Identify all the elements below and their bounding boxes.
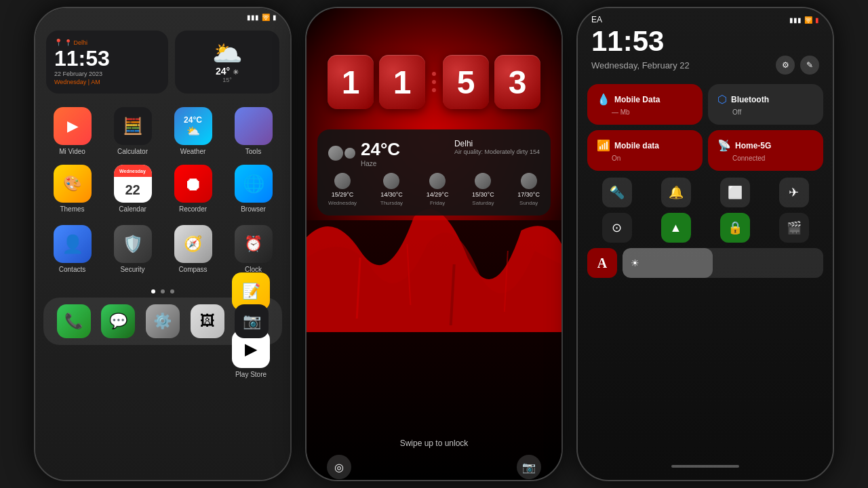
security-label: Security bbox=[120, 266, 144, 273]
mobile-icon: 💧 bbox=[597, 93, 610, 106]
wifi-icon: 🛜 bbox=[262, 14, 270, 21]
app-grid-row3: 👤 Contacts 🛡️ Security 🧭 Compass ⏰ bbox=[35, 222, 290, 280]
quick-buttons-row2: ⊙ ▲ 🔒 🎬 bbox=[578, 210, 833, 245]
app-browser[interactable]: 🌐 Browser bbox=[227, 165, 279, 213]
clock-widget[interactable]: 📍 📍 Delhi 11:53 22 February 2023 Wednesd… bbox=[46, 30, 168, 94]
forecast-icon-5 bbox=[521, 173, 537, 189]
mobile-sub: — Mb bbox=[597, 108, 693, 116]
forecast-icon-2 bbox=[383, 173, 399, 189]
app-weather[interactable]: 24°C ⛅ Weather bbox=[167, 107, 219, 155]
home-indicator bbox=[578, 460, 833, 473]
airplane-button[interactable]: ✈ bbox=[779, 178, 809, 207]
dnd-button[interactable]: ⊙ bbox=[602, 213, 632, 243]
mobile-data-toggle-2[interactable]: 📶 Mobile data On bbox=[587, 130, 703, 171]
cc-date-line: Wednesday, February 22 ⚙ ✎ bbox=[578, 56, 833, 80]
mobile-data-toggle[interactable]: 💧 Mobile Data — Mb bbox=[587, 84, 703, 125]
forecast-icon-1 bbox=[334, 173, 351, 189]
settings-icon: ⚙️ bbox=[146, 304, 180, 338]
app-mi-video[interactable]: ▶ Mi Video bbox=[46, 107, 98, 155]
lock-screen: ▮▮▮ 🛜 ▮ 1 1 5 3 bbox=[307, 8, 561, 480]
calculator-label: Calculator bbox=[117, 148, 148, 155]
lock-rotation-button[interactable]: 🔒 bbox=[720, 213, 750, 243]
clock-icon: ⏰ bbox=[235, 225, 273, 263]
lock-bottom-icons: ◎ 📷 bbox=[307, 455, 561, 479]
browser-icon: 🌐 bbox=[235, 165, 273, 203]
bell-button[interactable]: 🔔 bbox=[661, 178, 691, 207]
dock-settings[interactable]: ⚙️ bbox=[143, 304, 182, 338]
video-button[interactable]: 🎬 bbox=[779, 213, 809, 243]
camera-shortcut[interactable]: ◎ bbox=[327, 455, 351, 479]
location-button[interactable]: ▲ bbox=[661, 213, 691, 243]
gallery-icon: 🖼 bbox=[191, 304, 224, 338]
settings-shortcut[interactable]: ⚙ bbox=[776, 56, 795, 75]
cc-header-icons: ⚙ ✎ bbox=[776, 56, 819, 75]
dock-phone[interactable]: 📞 bbox=[54, 304, 94, 338]
digit-1: 1 bbox=[328, 55, 374, 109]
font-button[interactable]: A bbox=[587, 248, 617, 278]
forecast-temp-1: 15/29°C bbox=[332, 191, 354, 198]
security-icon: 🛡️ bbox=[114, 225, 152, 263]
wifi-status: Connected bbox=[717, 155, 814, 162]
mi-video-icon: ▶ bbox=[54, 107, 92, 145]
brightness-slider[interactable]: ☀ bbox=[623, 248, 823, 278]
mobile-data-title: Mobile data bbox=[614, 141, 659, 150]
app-grid-row2: 🎨 Themes Wednesday 22 Calendar ⏺ Recorde… bbox=[35, 162, 290, 220]
bluetooth-title: Bluetooth bbox=[731, 95, 769, 104]
compass-icon: 🧭 bbox=[174, 225, 212, 263]
mobile-data-sub: On bbox=[597, 155, 693, 162]
screen-mirror-button[interactable]: ⬜ bbox=[720, 178, 750, 207]
wifi-card-top: 📡 Home-5G bbox=[717, 139, 814, 152]
weather-widget[interactable]: 🌥️ 24° ☀ 15° bbox=[175, 30, 279, 94]
forecast-label-5: Sunday bbox=[519, 200, 538, 206]
app-grid-row1: ▶ Mi Video 🧮 Calculator 24°C ⛅ Weather bbox=[35, 100, 290, 162]
bluetooth-toggle[interactable]: ⬡ Bluetooth Off bbox=[708, 84, 823, 125]
cc-status-icons: ▮▮▮ 🛜 ▮ bbox=[789, 16, 819, 24]
widget-row: 📍 📍 Delhi 11:53 22 February 2023 Wednesd… bbox=[35, 24, 290, 100]
lock-bottom: Swipe up to unlock ◎ 📷 bbox=[307, 439, 561, 479]
app-calculator[interactable]: 🧮 Calculator bbox=[106, 107, 159, 155]
wifi-name: Home-5G bbox=[735, 141, 771, 150]
status-icons: ▮▮▮ 🛜 ▮ bbox=[247, 14, 277, 21]
app-clock[interactable]: ⏰ Clock bbox=[227, 225, 279, 273]
app-tools[interactable]: Tools bbox=[227, 107, 279, 155]
forecast-label-4: Saturday bbox=[472, 200, 494, 206]
lock-air-quality: Air quality: Moderately dirty 154 bbox=[454, 148, 540, 155]
dock-camera[interactable]: 📷 bbox=[232, 304, 271, 338]
mi-video-label: Mi Video bbox=[59, 148, 85, 155]
weather-label: Weather bbox=[180, 148, 206, 155]
forecast-temp-4: 15/30°C bbox=[472, 191, 494, 198]
bluetooth-sub: Off bbox=[717, 108, 814, 116]
weather-icon: 24°C ⛅ bbox=[174, 107, 212, 145]
forecast-thu: 14/30°C Thursday bbox=[380, 173, 403, 206]
forecast-sun: 17/30°C Sunday bbox=[517, 173, 540, 206]
quick-buttons-row1: 🔦 🔔 ⬜ ✈ bbox=[578, 175, 833, 210]
themes-icon: 🎨 bbox=[54, 165, 92, 203]
app-themes[interactable]: 🎨 Themes bbox=[46, 165, 98, 213]
app-security[interactable]: 🛡️ Security bbox=[106, 225, 159, 273]
app-dock: 📞 💬 ⚙️ 🖼 📷 bbox=[43, 298, 282, 345]
dock-gallery[interactable]: 🖼 bbox=[188, 304, 227, 338]
mobile-title: Mobile Data bbox=[614, 95, 660, 104]
phone-icon: 📞 bbox=[57, 304, 91, 338]
browser-label: Browser bbox=[241, 205, 266, 213]
camera-shortcut-right[interactable]: 📷 bbox=[517, 455, 541, 479]
forecast-temp-2: 14/30°C bbox=[380, 191, 403, 198]
bluetooth-icon: ⬡ bbox=[717, 93, 727, 106]
app-contacts[interactable]: 👤 Contacts bbox=[46, 225, 98, 273]
app-compass[interactable]: 🧭 Compass bbox=[167, 225, 219, 273]
app-calendar[interactable]: Wednesday 22 Calendar bbox=[106, 165, 159, 213]
dock-messages[interactable]: 💬 bbox=[99, 304, 138, 338]
cc-wifi: 🛜 bbox=[804, 16, 812, 24]
edit-icon[interactable]: ✎ bbox=[800, 56, 819, 75]
flashlight-button[interactable]: 🔦 bbox=[602, 178, 632, 207]
app-recorder[interactable]: ⏺ Recorder bbox=[167, 165, 219, 213]
tools-label: Tools bbox=[245, 148, 261, 155]
weather-circles bbox=[328, 146, 355, 161]
lock-weather-condition: Haze bbox=[361, 160, 400, 167]
mobile-card-top: 💧 Mobile Data bbox=[597, 93, 693, 106]
forecast-fri: 14/29°C Friday bbox=[427, 173, 449, 206]
clock-time: 11:53 bbox=[54, 47, 160, 69]
wifi-toggle[interactable]: 📡 Home-5G Connected bbox=[708, 130, 823, 171]
clock-location: 📍 📍 Delhi bbox=[54, 39, 160, 46]
cc-battery: ▮ bbox=[815, 16, 819, 24]
